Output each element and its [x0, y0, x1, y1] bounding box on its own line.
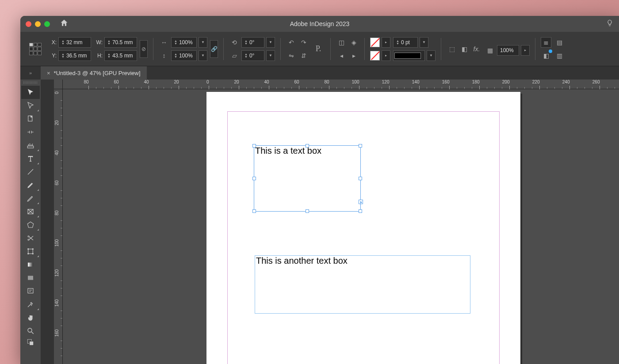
eyedropper-tool[interactable] — [21, 298, 40, 311]
direct-selection-tool[interactable] — [21, 99, 40, 112]
gradient-swatch-tool[interactable] — [21, 258, 40, 271]
opacity-input[interactable]: 100% — [497, 45, 519, 56]
stroke-dropdown[interactable]: ▸ — [382, 50, 390, 61]
rotate-cw-icon[interactable]: ↷ — [298, 37, 309, 48]
document-tab[interactable]: × *Untitled-3 @ 47% [GPU Preview] — [41, 66, 147, 80]
hand-tool[interactable] — [21, 311, 40, 324]
svg-point-8 — [28, 239, 29, 240]
expand-panels-toggle[interactable]: » — [20, 66, 41, 80]
fill-swatch[interactable] — [370, 38, 380, 47]
stroke-swatch[interactable] — [370, 51, 380, 61]
height-input[interactable]: ▲▼43.5 mm — [104, 50, 137, 61]
horizontal-ruler[interactable]: 8060402002040608010012014016018020022024… — [63, 80, 619, 89]
shear-input[interactable]: ▲▼0° — [241, 50, 264, 61]
selection-tool[interactable] — [21, 86, 40, 99]
resize-handle[interactable] — [306, 209, 309, 213]
vertical-ruler[interactable]: 020406080100120140160 — [54, 89, 63, 364]
rotate-dropdown[interactable]: ▼ — [266, 37, 275, 48]
opacity-dropdown[interactable]: ▸ — [521, 45, 530, 56]
ruler-origin[interactable] — [54, 80, 63, 89]
zoom-tool[interactable] — [21, 324, 40, 337]
scale-y-dropdown[interactable]: ▼ — [199, 50, 207, 61]
reference-point-grid[interactable] — [29, 43, 42, 55]
drop-shadow-icon[interactable]: ◧ — [459, 44, 470, 54]
stroke-style-dropdown[interactable]: ▼ — [427, 50, 436, 61]
svg-line-21 — [31, 332, 34, 334]
resize-handle[interactable] — [252, 177, 256, 180]
canvas-area[interactable]: 8060402002040608010012014016018020022024… — [41, 80, 619, 364]
svg-point-10 — [28, 249, 29, 250]
constrain-wh-toggle[interactable]: ⊘ — [140, 40, 148, 58]
fill-dropdown[interactable]: ▸ — [382, 37, 390, 48]
stroke-weight-dropdown[interactable]: ▼ — [420, 37, 428, 48]
resize-handle[interactable] — [252, 209, 256, 213]
content-collector-tool[interactable] — [21, 139, 40, 152]
text-out-port[interactable] — [359, 200, 363, 204]
width-input[interactable]: ▲▼70.5 mm — [104, 37, 137, 48]
page-tool[interactable] — [21, 112, 40, 125]
scissors-tool[interactable] — [21, 231, 40, 245]
select-container-icon[interactable]: ◫ — [336, 37, 347, 48]
svg-rect-16 — [28, 276, 33, 280]
close-tab-icon[interactable]: × — [47, 70, 50, 76]
svg-rect-23 — [30, 341, 34, 345]
text-frame-2[interactable]: This is another text box — [255, 255, 470, 314]
select-content-icon[interactable]: ◈ — [348, 37, 359, 48]
close-window-button[interactable] — [26, 21, 31, 27]
scale-x-dropdown[interactable]: ▼ — [199, 37, 207, 48]
svg-marker-6 — [27, 222, 34, 228]
ellipse-tool[interactable] — [21, 218, 40, 231]
select-next-icon[interactable]: ▸ — [348, 50, 359, 61]
fx-icon[interactable]: fx. — [471, 44, 482, 54]
document-tab-label: *Untitled-3 @ 47% [GPU Preview] — [54, 70, 141, 76]
pen-tool[interactable] — [21, 178, 40, 192]
minimize-window-button[interactable] — [35, 21, 41, 27]
stroke-style-input[interactable] — [393, 50, 425, 61]
panel-gutter — [41, 80, 54, 364]
corner-options-icon[interactable]: ⬚ — [447, 44, 457, 54]
text-wrap-icon[interactable]: ≣ — [541, 37, 551, 48]
stroke-weight-input[interactable]: ▲▼0 pt — [393, 37, 418, 48]
x-position-input[interactable]: ▲▼32 mm — [58, 37, 91, 48]
resize-handle[interactable] — [252, 144, 256, 148]
scale-y-input[interactable]: ▲▼100% — [171, 50, 197, 61]
flip-h-icon[interactable]: ⇋ — [286, 50, 297, 61]
gradient-feather-tool[interactable] — [21, 271, 40, 284]
resize-handle[interactable] — [306, 144, 309, 148]
constrain-scale-toggle[interactable]: 🔗 — [210, 40, 218, 58]
scale-y-icon: ↕ — [159, 50, 169, 61]
select-prev-icon[interactable]: ◂ — [336, 50, 347, 61]
pencil-tool[interactable] — [21, 192, 40, 205]
rotate-input[interactable]: ▲▼0° — [241, 37, 264, 48]
note-tool[interactable] — [21, 284, 40, 298]
free-transform-tool[interactable] — [21, 245, 40, 258]
frame-fitting-icon[interactable]: ▤ — [554, 37, 565, 48]
textframe-2-content: This is another text box — [256, 256, 348, 265]
text-frame-selected[interactable]: This is a text box — [254, 145, 361, 212]
resize-handle[interactable] — [359, 144, 362, 148]
flip-v-icon[interactable]: ⇵ — [298, 50, 309, 61]
svg-point-12 — [28, 253, 29, 254]
resize-handle[interactable] — [359, 177, 362, 180]
auto-fit-icon[interactable]: ◧ — [541, 50, 551, 61]
fill-stroke-toggle[interactable] — [21, 337, 40, 347]
svg-point-11 — [32, 249, 33, 250]
tips-icon[interactable] — [606, 19, 614, 29]
toolbox-grip[interactable] — [23, 81, 38, 84]
type-tool[interactable] — [21, 152, 40, 165]
gap-tool[interactable] — [21, 125, 40, 139]
resize-handle[interactable] — [359, 209, 362, 213]
pasteboard[interactable]: This is a text box This is another text … — [63, 89, 619, 364]
scale-x-input[interactable]: ▲▼100% — [171, 37, 197, 48]
frame-options-icon[interactable]: ▥ — [554, 50, 565, 61]
svg-point-7 — [28, 236, 29, 237]
rotate-ccw-icon[interactable]: ↶ — [286, 37, 297, 48]
rectangle-frame-tool[interactable] — [21, 205, 40, 218]
y-label: Y: — [48, 53, 57, 59]
maximize-window-button[interactable] — [44, 21, 50, 27]
line-tool[interactable] — [21, 165, 40, 178]
titlebar: Adobe InDesign 2023 — [20, 16, 619, 32]
shear-dropdown[interactable]: ▼ — [266, 50, 275, 61]
home-icon[interactable] — [60, 19, 69, 29]
y-position-input[interactable]: ▲▼36.5 mm — [58, 50, 91, 61]
